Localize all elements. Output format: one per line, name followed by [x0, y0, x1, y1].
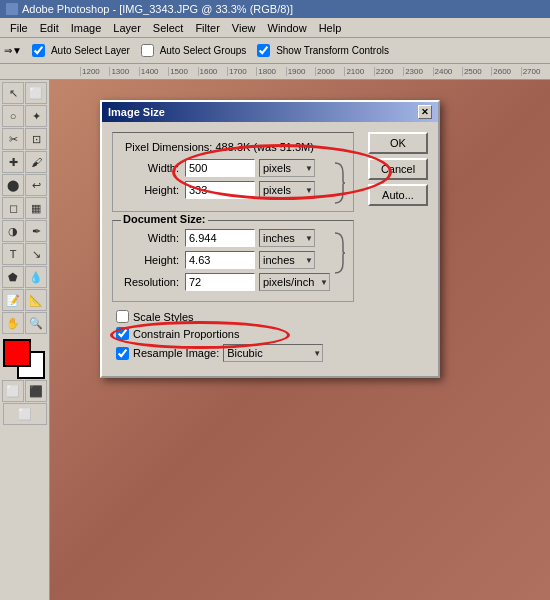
- lasso-tool[interactable]: ○: [2, 105, 24, 127]
- menu-view[interactable]: View: [226, 21, 262, 35]
- doc-height-label: Height:: [121, 254, 185, 266]
- doc-height-unit-wrapper: inches cm mm points picas percent: [259, 251, 315, 269]
- pixel-width-unit-wrapper: pixels percent ▼: [259, 159, 315, 177]
- tool-group-notes: 📝 📐: [2, 289, 47, 311]
- slice-tool[interactable]: ⊡: [25, 128, 47, 150]
- titlebar-text: Adobe Photoshop - [IMG_3343.JPG @ 33.3% …: [22, 3, 293, 15]
- gradient-tool[interactable]: ▦: [25, 197, 47, 219]
- path-tool[interactable]: ↘: [25, 243, 47, 265]
- pixel-height-unit-select[interactable]: pixels percent: [259, 181, 315, 199]
- doc-height-input[interactable]: [185, 251, 255, 269]
- doc-width-label: Width:: [121, 232, 185, 244]
- dialog-inner-layout: Pixel Dimensions: 488.3K (was 51.3M) Wid…: [112, 132, 428, 366]
- menubar: File Edit Image Layer Select Filter View…: [0, 18, 550, 38]
- hand-tool[interactable]: ✋: [2, 312, 24, 334]
- ruler-horizontal: 1200 1300 1400 1500 1600 1700 1800 1900 …: [0, 64, 550, 80]
- pixel-dimensions-section: Pixel Dimensions: 488.3K (was 51.3M) Wid…: [112, 132, 354, 212]
- tool-group-move: ↖ ⬜: [2, 82, 47, 104]
- menu-help[interactable]: Help: [313, 21, 348, 35]
- titlebar-icon: [6, 3, 18, 15]
- resolution-row: Resolution: pixels/inch pixels/cm: [121, 273, 331, 291]
- ruler-tick: 2600: [491, 67, 520, 76]
- auto-select-layer-label: Auto Select Layer: [51, 45, 130, 56]
- notes-tool[interactable]: 📝: [2, 289, 24, 311]
- eraser-tool[interactable]: ◻: [2, 197, 24, 219]
- ruler-tick: 1200: [80, 67, 109, 76]
- ruler-tick: 1700: [227, 67, 256, 76]
- titlebar: Adobe Photoshop - [IMG_3343.JPG @ 33.3% …: [0, 0, 550, 18]
- main-area: ↖ ⬜ ○ ✦ ✂ ⊡ ✚ 🖌 ⬤ ↩ ◻ ▦ ◑ ✒ T ↘: [0, 80, 550, 600]
- pen-tool[interactable]: ✒: [25, 220, 47, 242]
- stamp-tool[interactable]: ⬤: [2, 174, 24, 196]
- eyedrop-tool[interactable]: 💧: [25, 266, 47, 288]
- color-swatches[interactable]: [3, 339, 47, 379]
- marquee-tool[interactable]: ⬜: [25, 82, 47, 104]
- resample-label: Resample Image:: [133, 347, 219, 359]
- pixel-width-input[interactable]: [185, 159, 255, 177]
- magic-wand-tool[interactable]: ✦: [25, 105, 47, 127]
- measure-tool[interactable]: 📐: [25, 289, 47, 311]
- ruler-tick: 1300: [109, 67, 138, 76]
- canvas-area: Image Size ✕ Pixel Dimensions: 488.3K (w…: [50, 80, 550, 600]
- standard-mode[interactable]: ⬛: [25, 380, 47, 402]
- pixel-height-input[interactable]: [185, 181, 255, 199]
- shape-tool[interactable]: ⬟: [2, 266, 24, 288]
- options-bar: ⇒▼ Auto Select Layer Auto Select Groups …: [0, 38, 550, 64]
- move-tool[interactable]: ↖: [2, 82, 24, 104]
- dialog-title: Image Size: [108, 106, 165, 118]
- pixel-width-unit-select[interactable]: pixels percent: [259, 159, 315, 177]
- dialog-close-button[interactable]: ✕: [418, 105, 432, 119]
- dialog-titlebar: Image Size ✕: [102, 102, 438, 122]
- ok-button[interactable]: OK: [368, 132, 428, 154]
- heal-tool[interactable]: ✚: [2, 151, 24, 173]
- auto-button[interactable]: Auto...: [368, 184, 428, 206]
- constrain-proportions-checkbox[interactable]: [116, 327, 129, 340]
- dodge-tool[interactable]: ◑: [2, 220, 24, 242]
- pixel-height-label: Height:: [121, 184, 185, 196]
- cancel-button[interactable]: Cancel: [368, 158, 428, 180]
- doc-height-unit-select[interactable]: inches cm mm points picas percent: [259, 251, 315, 269]
- type-tool[interactable]: T: [2, 243, 24, 265]
- ruler-tick: 2400: [433, 67, 462, 76]
- menu-filter[interactable]: Filter: [189, 21, 225, 35]
- resample-method-select[interactable]: Bicubic Bilinear Nearest Neighbor Bicubi…: [223, 344, 323, 362]
- doc-width-unit-select[interactable]: inches cm mm points picas percent: [259, 229, 315, 247]
- auto-select-layer-checkbox[interactable]: [32, 44, 45, 57]
- crop-tool[interactable]: ✂: [2, 128, 24, 150]
- menu-image[interactable]: Image: [65, 21, 108, 35]
- ruler-tick: 2700: [521, 67, 550, 76]
- auto-select-groups-label: Auto Select Groups: [160, 45, 247, 56]
- zoom-tool[interactable]: 🔍: [25, 312, 47, 334]
- brush-tool[interactable]: 🖌: [25, 151, 47, 173]
- dialog-buttons-panel: OK Cancel Auto...: [368, 132, 428, 366]
- screen-mode[interactable]: ⬜: [3, 403, 47, 425]
- ruler-tick: 1800: [256, 67, 285, 76]
- history-tool[interactable]: ↩: [25, 174, 47, 196]
- auto-select-groups-checkbox[interactable]: [141, 44, 154, 57]
- resolution-input[interactable]: [185, 273, 255, 291]
- menu-file[interactable]: File: [4, 21, 34, 35]
- constrain-wrapper: Constrain Proportions: [112, 327, 354, 340]
- doc-width-input[interactable]: [185, 229, 255, 247]
- scale-styles-checkbox[interactable]: [116, 310, 129, 323]
- doc-width-unit-wrapper: inches cm mm points picas percent: [259, 229, 315, 247]
- resolution-unit-wrapper: pixels/inch pixels/cm ▼: [259, 273, 330, 291]
- show-transform-controls-checkbox[interactable]: [257, 44, 270, 57]
- tool-group-stamp: ⬤ ↩: [2, 174, 47, 196]
- resolution-unit-select[interactable]: pixels/inch pixels/cm: [259, 273, 330, 291]
- foreground-color-swatch[interactable]: [3, 339, 31, 367]
- menu-window[interactable]: Window: [262, 21, 313, 35]
- menu-edit[interactable]: Edit: [34, 21, 65, 35]
- tool-group-modes: ⬜ ⬛: [2, 380, 47, 402]
- menu-select[interactable]: Select: [147, 21, 190, 35]
- show-transform-controls-label: Show Transform Controls: [276, 45, 389, 56]
- pixel-dimensions-label: Pixel Dimensions:: [125, 141, 212, 153]
- pixel-height-unit-wrapper: pixels percent ▼: [259, 181, 315, 199]
- resample-checkbox[interactable]: [116, 347, 129, 360]
- image-size-dialog: Image Size ✕ Pixel Dimensions: 488.3K (w…: [100, 100, 440, 378]
- resample-row: Resample Image: Bicubic Bilinear Nearest…: [112, 344, 354, 362]
- doc-height-row: Height: inches cm mm poin: [121, 251, 331, 269]
- menu-layer[interactable]: Layer: [107, 21, 147, 35]
- ruler-tick: 2200: [374, 67, 403, 76]
- quick-mask-mode[interactable]: ⬜: [2, 380, 24, 402]
